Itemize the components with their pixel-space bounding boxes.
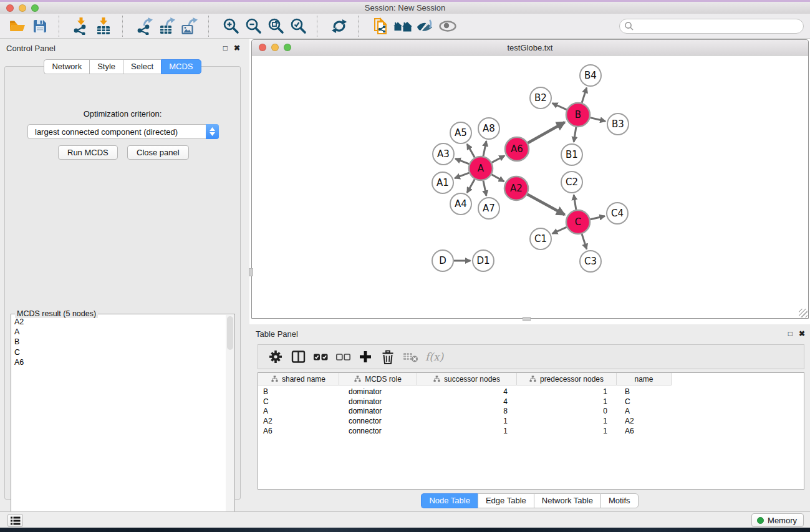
tab-edge-table[interactable]: Edge Table (478, 493, 534, 508)
graph-edge-A-A7[interactable] (483, 181, 486, 196)
create-column-button[interactable] (354, 347, 377, 367)
graph-node-A7[interactable]: A7 (478, 198, 499, 219)
graph-edge-C-C1[interactable] (552, 227, 567, 233)
graph-edge-A-A5[interactable] (467, 144, 475, 158)
tab-mcds[interactable]: MCDS (161, 59, 201, 74)
graph-edge-A-A1[interactable] (455, 173, 469, 178)
show-columns-button[interactable] (287, 347, 309, 367)
graph-edge-A-A6[interactable] (492, 156, 505, 163)
graph-node-A[interactable]: A (469, 157, 493, 180)
graph-node-C2[interactable]: C2 (561, 172, 582, 193)
tab-network[interactable]: Network (44, 59, 89, 74)
select-all-button[interactable] (309, 347, 332, 367)
graph-node-A5[interactable]: A5 (450, 122, 471, 143)
graph-node-A6[interactable]: A6 (505, 137, 529, 161)
graph-edge-A-A8[interactable] (483, 141, 486, 156)
network-minimize-button[interactable] (271, 44, 279, 51)
refresh-button[interactable] (328, 16, 350, 37)
tab-motifs[interactable]: Motifs (600, 493, 639, 508)
table-row[interactable]: Cdominator41C (258, 397, 804, 407)
search-input[interactable] (619, 19, 804, 34)
horizontal-scrollbar-thumb[interactable] (523, 317, 531, 321)
graph-edge-C-C4[interactable] (591, 216, 605, 220)
close-panel-button[interactable]: Close panel (127, 145, 189, 160)
zoom-in-button[interactable] (219, 16, 242, 37)
delete-table-button[interactable] (399, 347, 422, 367)
graph-node-C[interactable]: C (566, 210, 590, 234)
save-session-button[interactable] (29, 16, 51, 37)
close-window-button[interactable] (6, 4, 14, 12)
mcds-result-item[interactable]: B (14, 337, 224, 347)
graph-edge-B-B1[interactable] (574, 127, 576, 142)
open-session-button[interactable] (6, 16, 29, 37)
graph-edge-B-B3[interactable] (591, 118, 605, 122)
mcds-result-item[interactable]: A2 (14, 317, 224, 327)
graph-node-C1[interactable]: C1 (530, 228, 551, 249)
tab-node-table[interactable]: Node Table (421, 493, 478, 508)
column-header-name[interactable]: name (617, 373, 672, 385)
mcds-result-item[interactable]: A (14, 327, 224, 337)
table-row[interactable]: A6connector11A6 (258, 426, 804, 436)
optimization-dropdown[interactable]: largest connected component (directed) (27, 124, 219, 139)
graph-node-B4[interactable]: B4 (580, 65, 601, 86)
zoom-fit-button[interactable] (264, 16, 287, 37)
mcds-result-item[interactable]: C (14, 347, 224, 357)
mcds-result-item[interactable]: A6 (14, 357, 224, 367)
graph-edge-C-C2[interactable] (574, 195, 576, 210)
graph-node-D[interactable]: D (432, 250, 453, 271)
graph-node-A3[interactable]: A3 (433, 143, 454, 165)
function-builder-button[interactable]: f(x) (425, 351, 443, 363)
delete-column-button[interactable] (377, 347, 399, 367)
column-header-shared-name[interactable]: shared name (258, 373, 339, 385)
vertical-scrollbar-thumb[interactable] (249, 268, 253, 276)
zoom-window-button[interactable] (31, 4, 39, 12)
column-header-successor-nodes[interactable]: successor nodes (417, 373, 517, 385)
tab-select[interactable]: Select (123, 59, 161, 74)
export-table-button[interactable] (156, 16, 178, 37)
close-table-panel-icon[interactable]: ✖ (799, 329, 805, 338)
import-table-button[interactable] (92, 16, 115, 37)
graph-node-A2[interactable]: A2 (504, 177, 528, 200)
graph-node-A8[interactable]: A8 (478, 118, 499, 139)
graph-node-A1[interactable]: A1 (432, 172, 453, 193)
home-button[interactable] (392, 16, 414, 37)
import-network-button[interactable] (70, 16, 92, 37)
graph-edge-A-A3[interactable] (455, 158, 469, 163)
network-canvas[interactable]: B4B2BB3A5A8A6A3B1AA1C2A2A4A7C4CC1C3DD1 (252, 56, 808, 318)
zoom-selected-button[interactable] (287, 16, 309, 37)
graph-node-D1[interactable]: D1 (473, 250, 494, 271)
resize-grip[interactable] (799, 309, 808, 317)
table-row[interactable]: Bdominator41B (258, 387, 804, 397)
export-network-button[interactable] (133, 16, 156, 37)
graph-edge-B-B2[interactable] (552, 104, 567, 110)
column-header-predecessor-nodes[interactable]: predecessor nodes (517, 373, 617, 385)
graph-edge-B-B4[interactable] (582, 88, 587, 103)
table-settings-button[interactable] (264, 347, 287, 367)
tab-style[interactable]: Style (89, 59, 123, 74)
graph-node-B3[interactable]: B3 (607, 114, 629, 135)
result-scrollbar[interactable] (226, 315, 234, 523)
graph-edge-A-A4[interactable] (467, 179, 475, 193)
close-panel-icon[interactable]: ✖ (234, 44, 240, 52)
float-table-panel-icon[interactable]: □ (788, 329, 793, 338)
zoom-out-button[interactable] (242, 16, 264, 37)
graph-edge-C-C3[interactable] (582, 234, 587, 249)
network-close-button[interactable] (259, 44, 266, 51)
graph-node-A4[interactable]: A4 (450, 193, 471, 215)
table-row[interactable]: Adominator80A (258, 407, 804, 417)
column-header-MCDS-role[interactable]: MCDS role (339, 373, 417, 385)
deselect-all-button[interactable] (332, 347, 354, 367)
network-zoom-button[interactable] (284, 44, 291, 51)
minimize-window-button[interactable] (19, 4, 26, 12)
graph-edge-A2-C[interactable] (528, 195, 565, 215)
graph-node-B1[interactable]: B1 (561, 144, 582, 165)
graph-edge-A-A2[interactable] (491, 175, 504, 181)
graph-node-C4[interactable]: C4 (607, 203, 628, 224)
graph-node-C3[interactable]: C3 (580, 251, 601, 272)
export-image-button[interactable] (178, 16, 201, 37)
show-panels-button[interactable] (436, 16, 459, 37)
table-row[interactable]: A2connector11A2 (258, 416, 804, 426)
graph-node-B2[interactable]: B2 (530, 87, 551, 109)
run-mcds-button[interactable]: Run MCDS (58, 145, 118, 160)
memory-button[interactable]: Memory (751, 513, 804, 527)
